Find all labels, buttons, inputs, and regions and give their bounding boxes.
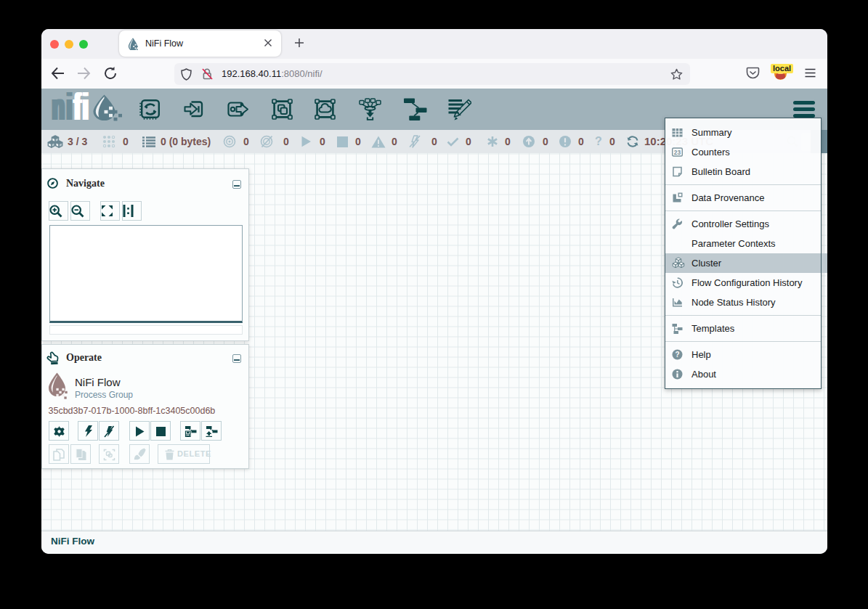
- svg-text:23: 23: [674, 149, 681, 156]
- svg-text:?: ?: [675, 351, 679, 359]
- svg-text:fi: fi: [76, 91, 92, 128]
- svg-text:ni: ni: [53, 91, 75, 128]
